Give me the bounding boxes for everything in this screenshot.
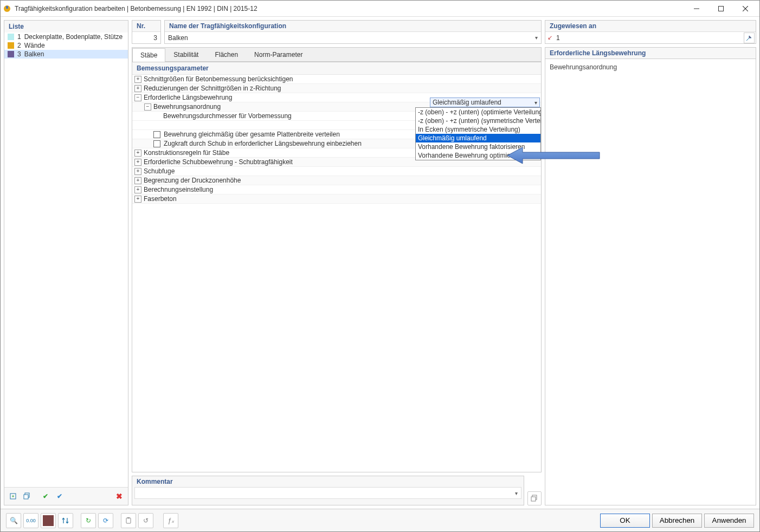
check-all-button[interactable]: ✔ (39, 490, 52, 503)
pick-in-model-button[interactable] (744, 33, 755, 43)
tree-row-label: Reduzierungen der Schnittgrößen in z-Ric… (144, 85, 540, 92)
nr-value: 3 (132, 31, 160, 43)
expand-icon[interactable]: − (144, 103, 151, 111)
new-button[interactable] (7, 490, 20, 503)
tab-stäbe[interactable]: Stäbe (132, 48, 165, 62)
tab-flächen[interactable]: Flächen (207, 48, 246, 61)
name-value: Balken (168, 34, 535, 42)
chevron-down-icon: ▾ (534, 100, 537, 106)
main-box: StäbeStabilitätFlächenNorm-Parameter Bem… (132, 47, 542, 472)
param-header: Bemessungsparameter (132, 62, 541, 75)
name-select[interactable]: Balken ▾ (165, 31, 541, 43)
tree-row-label: Faserbeton (144, 195, 540, 203)
expand-icon[interactable]: + (134, 85, 141, 92)
expand-icon[interactable]: + (134, 76, 141, 83)
tree-row[interactable]: +Faserbeton (132, 194, 541, 204)
config-list: 1 Deckenplatte, Bodenplatte, Stütze 2 Wä… (4, 33, 128, 487)
nr-label: Nr. (132, 21, 160, 31)
tree-row[interactable]: +Schnittgrößen für Betonbemessung berück… (132, 75, 541, 84)
detail-header: Erforderliche Längsbewehrung (545, 48, 756, 59)
undo-button[interactable]: ↺ (138, 513, 153, 528)
close-button[interactable] (733, 1, 757, 16)
duplicate-button[interactable] (21, 490, 34, 503)
member-icon: ↙ (548, 34, 555, 41)
list-item-swatch (8, 34, 14, 40)
detail-box: Erforderliche Längsbewehrung Bewehrungsa… (545, 47, 756, 505)
dropdown-item[interactable]: -z (oben) - +z (unten) (optimierte Verte… (416, 108, 540, 116)
delete-button[interactable]: ✖ (113, 490, 126, 503)
tree-row-label: Schubfuge (144, 167, 540, 175)
list-item-swatch (8, 42, 14, 49)
expand-icon[interactable]: + (134, 150, 141, 157)
search-button[interactable]: 🔍 (6, 513, 21, 528)
calc-green-button[interactable]: ↻ (81, 513, 96, 528)
comment-label: Kommentar (132, 476, 524, 487)
cancel-button[interactable]: Abbrechen (652, 514, 702, 528)
assigned-value: 1 (556, 34, 744, 42)
assigned-label: Zugewiesen an (545, 21, 756, 31)
tree-row-label: Schnittgrößen für Betonbemessung berücks… (144, 75, 540, 83)
tree-row[interactable]: +Begrenzung der Druckzonenhöhe (132, 176, 541, 185)
svg-rect-10 (24, 495, 28, 499)
list-panel: Liste 1 Deckenplatte, Bodenplatte, Stütz… (4, 20, 128, 505)
tab-norm-parameter[interactable]: Norm-Parameter (246, 48, 311, 61)
assigned-input[interactable]: ↙ 1 (545, 31, 756, 43)
color-button[interactable] (41, 513, 56, 528)
bottom-toolbar: 🔍 0.00 ↻ ⟳ ↺ ƒₓ OK Abbrechen Anwenden (1, 509, 759, 531)
list-item-num: 2 (17, 42, 21, 49)
expand-icon[interactable]: + (134, 168, 141, 175)
checkbox[interactable] (153, 131, 160, 138)
tree-row[interactable]: +Schubfuge (132, 167, 541, 176)
check-none-button[interactable]: ✔ (53, 490, 66, 503)
expand-icon[interactable]: − (134, 94, 141, 101)
arrangement-combo-value: Gleichmäßig umlaufend (433, 99, 534, 106)
units-button[interactable]: 0.00 (23, 513, 38, 528)
clipboard-button[interactable] (121, 513, 136, 528)
list-item-label: Balken (24, 50, 44, 58)
dropdown-item[interactable]: In Ecken (symmetrische Verteilung) (416, 125, 540, 134)
tabs: StäbeStabilitätFlächenNorm-Parameter (132, 48, 541, 62)
svg-rect-14 (126, 518, 131, 523)
expand-icon[interactable]: + (134, 159, 141, 166)
app-icon (3, 4, 11, 13)
svg-rect-15 (127, 517, 130, 518)
list-item-label: Deckenplatte, Bodenplatte, Stütze (24, 33, 123, 41)
arrangement-combo[interactable]: Gleichmäßig umlaufend ▾ (430, 98, 540, 107)
chevron-down-icon: ▾ (535, 35, 538, 41)
list-item-label: Wände (24, 42, 45, 49)
maximize-button[interactable] (709, 1, 733, 16)
expand-icon[interactable]: + (134, 186, 141, 193)
svg-rect-12 (531, 497, 536, 501)
expand-icon[interactable]: + (134, 177, 141, 184)
tree-row-label: Berechnungseinstellung (144, 186, 540, 193)
dropdown-item[interactable]: -z (oben) - +z (unten) (symmetrische Ver… (416, 116, 540, 125)
ok-button[interactable]: OK (600, 514, 650, 528)
comment-apply-button[interactable] (527, 491, 542, 505)
list-item[interactable]: 3 Balken (4, 50, 128, 59)
tree-order-button[interactable] (58, 513, 73, 528)
list-item[interactable]: 2 Wände (4, 41, 128, 50)
name-label: Name der Tragfähigkeitskonfiguration (165, 21, 541, 31)
checkbox[interactable] (153, 140, 160, 147)
list-item-swatch (8, 51, 14, 57)
comment-select[interactable]: ▾ (134, 487, 521, 499)
tab-stabilität[interactable]: Stabilität (165, 48, 207, 61)
tree-row[interactable]: +Berechnungseinstellung (132, 185, 541, 194)
chevron-down-icon: ▾ (515, 490, 518, 496)
comment-box: Kommentar ▾ (132, 476, 524, 505)
tree-row[interactable]: +Reduzierungen der Schnittgrößen in z-Ri… (132, 84, 541, 93)
svg-rect-3 (718, 6, 723, 11)
nr-box: Nr. 3 (132, 20, 161, 44)
fx-button[interactable]: ƒₓ (163, 513, 178, 528)
detail-body: Bewehrungsanordnung (545, 59, 756, 505)
minimize-button[interactable] (684, 1, 709, 16)
expand-icon[interactable]: + (134, 196, 141, 203)
assigned-box: Zugewiesen an ↙ 1 (545, 20, 756, 44)
param-area: Bemessungsparameter +Schnittgrößen für B… (132, 62, 541, 472)
list-item[interactable]: 1 Deckenplatte, Bodenplatte, Stütze (4, 33, 128, 41)
svg-marker-13 (507, 147, 600, 164)
titlebar: Tragfähigkeitskonfiguration bearbeiten |… (1, 1, 759, 17)
calc-blue-button[interactable]: ⟳ (98, 513, 113, 528)
dropdown-item[interactable]: Gleichmäßig umlaufend (416, 134, 540, 142)
apply-button[interactable]: Anwenden (704, 514, 754, 528)
